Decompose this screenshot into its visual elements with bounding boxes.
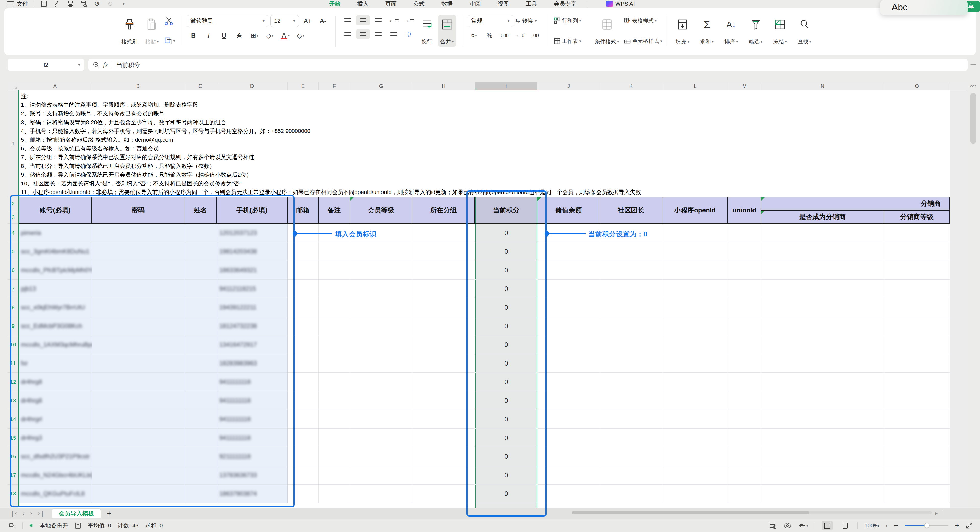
cell-L12[interactable] [662, 373, 728, 391]
cell-K7[interactable] [600, 279, 662, 298]
cell-C8[interactable] [185, 298, 217, 316]
cell-L7[interactable] [662, 279, 728, 298]
row-header-10[interactable]: 10 [8, 335, 18, 354]
cell-C18[interactable] [185, 484, 217, 503]
cell-L17[interactable] [662, 466, 728, 484]
cell-L8[interactable] [662, 298, 728, 316]
conditional-format-button[interactable]: 条件格式▾ [593, 15, 621, 47]
workspace-icon[interactable] [9, 522, 16, 529]
cell-K6[interactable] [600, 261, 662, 279]
row-header-13[interactable]: 13 [8, 391, 18, 410]
cell-I9[interactable]: 0 [475, 317, 538, 335]
cell-M10[interactable] [728, 335, 761, 354]
cell-D15[interactable]: 9411111118 [217, 429, 288, 447]
cell-O7[interactable] [884, 279, 950, 298]
normal-view-button[interactable] [822, 521, 833, 530]
ribbon-tab-6[interactable]: 审阅 [469, 0, 481, 8]
cell-B7[interactable] [92, 279, 185, 298]
cell-N13[interactable] [761, 391, 884, 410]
cell-H6[interactable] [412, 261, 475, 279]
cell-N14[interactable] [761, 410, 884, 428]
zoom-out-button[interactable]: − [894, 521, 898, 530]
cell-G13[interactable] [350, 391, 412, 410]
cell-G6[interactable] [350, 261, 412, 279]
cell-K16[interactable] [600, 447, 662, 465]
cell-G18[interactable] [350, 484, 412, 503]
export-icon[interactable] [53, 0, 62, 7]
next-sheet-button[interactable]: › [30, 510, 32, 517]
cell-G17[interactable] [350, 466, 412, 484]
cell-F11[interactable] [319, 354, 350, 372]
cell-L14[interactable] [662, 410, 728, 428]
cell-B8[interactable] [92, 298, 185, 316]
bold-button[interactable]: B [187, 30, 200, 41]
page-layout-view-button[interactable] [840, 521, 851, 530]
borders-button[interactable]: ⊞▾ [248, 30, 261, 41]
cell-A12[interactable]: dr4hrg8 [18, 373, 92, 391]
table-header-M[interactable]: unionId [728, 197, 761, 224]
column-header-L[interactable]: L [662, 82, 728, 91]
cell-A16[interactable]: scc_dfsdfh2U3P21P9cstr [18, 447, 92, 465]
cell-F9[interactable] [319, 317, 350, 335]
cell-D5[interactable]: 19814203438 [217, 242, 288, 260]
cell-M7[interactable] [728, 279, 761, 298]
vertical-scrollbar-thumb[interactable] [970, 93, 976, 144]
zoom-slider-knob[interactable] [924, 523, 929, 528]
text-direction-button[interactable]: ⟨⟩ [402, 29, 416, 39]
vertical-scrollbar[interactable]: ••• [968, 83, 978, 507]
cell-F17[interactable] [319, 466, 350, 484]
cell-M17[interactable] [728, 466, 761, 484]
cell-H15[interactable] [412, 429, 475, 447]
table-header-I[interactable]: 当前积分 [475, 197, 538, 224]
cell-I5[interactable]: 0 [475, 242, 538, 260]
table-header-F[interactable]: 备注 [319, 197, 350, 224]
cell-I8[interactable]: 0 [475, 298, 538, 316]
cell-G8[interactable] [350, 298, 412, 316]
cell-H9[interactable] [412, 317, 475, 335]
cell-N4[interactable] [761, 224, 884, 242]
cell-B18[interactable] [92, 484, 185, 503]
redo-icon[interactable]: ↻ [106, 0, 115, 7]
cell-C10[interactable] [185, 335, 217, 354]
cell-F18[interactable] [319, 484, 350, 503]
notes-cell[interactable]: 注:1、请勿修改表格中的注意事项、字段顺序，或随意增加、删除表格字段2、账号：支… [18, 91, 950, 197]
cell-L13[interactable] [662, 391, 728, 410]
row-header-1[interactable]: 1 [8, 91, 18, 197]
cell-O10[interactable] [884, 335, 950, 354]
cell-C9[interactable] [185, 317, 217, 335]
cell-B11[interactable] [92, 354, 185, 372]
cell-M15[interactable] [728, 429, 761, 447]
collapse-formula-bar-button[interactable] [970, 64, 977, 65]
formula-bar[interactable]: fx 当前积分 [88, 59, 968, 71]
row-header-15[interactable]: 15 [8, 429, 18, 447]
tab-wps-ai[interactable]: WPS AI [606, 0, 635, 7]
cell-A9[interactable]: scc_EdMcbP3G08Kch [18, 317, 92, 335]
sheet-tab[interactable]: 会员导入模板 [52, 508, 100, 518]
cell-J17[interactable] [538, 466, 600, 484]
cell-G14[interactable] [350, 410, 412, 428]
cell-G5[interactable] [350, 242, 412, 260]
cell-O4[interactable] [884, 224, 950, 242]
cell-G15[interactable] [350, 429, 412, 447]
cell-N6[interactable] [761, 261, 884, 279]
valign-middle-button[interactable] [356, 15, 370, 25]
save-icon[interactable] [40, 0, 48, 7]
cell-H10[interactable] [412, 335, 475, 354]
row-header-8[interactable]: 8 [8, 298, 18, 317]
cell-J9[interactable] [538, 317, 600, 335]
cell-I18[interactable]: 0 [475, 484, 538, 503]
cell-H8[interactable] [412, 298, 475, 316]
cell-K18[interactable] [600, 484, 662, 503]
abc-popup[interactable]: Abc [880, 0, 968, 15]
cell-M16[interactable] [728, 447, 761, 465]
cell-N12[interactable] [761, 373, 884, 391]
cell-N10[interactable] [761, 335, 884, 354]
cell-N11[interactable] [761, 354, 884, 372]
fill-color-button[interactable]: ◇▾ [263, 30, 277, 41]
cell-D16[interactable]: 9211111118 [217, 447, 288, 465]
cell-J7[interactable] [538, 279, 600, 298]
row-header-7[interactable]: 7 [8, 279, 18, 298]
row-header-2[interactable]: 2 [8, 197, 18, 211]
print-icon[interactable] [66, 0, 75, 7]
cell-J15[interactable] [538, 429, 600, 447]
